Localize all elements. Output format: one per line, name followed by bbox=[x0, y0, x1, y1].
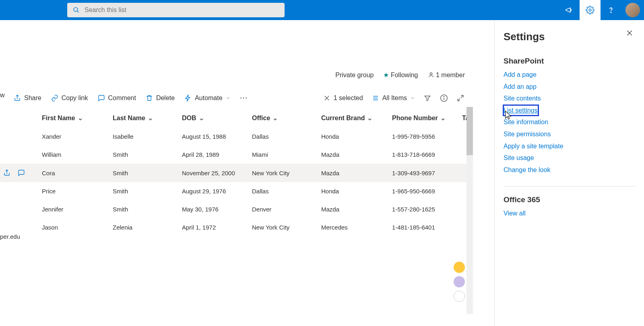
search-input[interactable] bbox=[85, 6, 279, 14]
settings-link[interactable]: Add a page bbox=[504, 70, 635, 80]
col-phone[interactable]: Phone Number⌄ bbox=[389, 107, 459, 127]
table-row[interactable]: JenniferSmithMay 30, 1976DenverMazda1-55… bbox=[0, 200, 473, 218]
selection-count[interactable]: 1 selected bbox=[321, 94, 365, 102]
settings-link[interactable]: Site information bbox=[504, 117, 635, 127]
cell-dob: April 28, 1989 bbox=[179, 146, 249, 164]
col-first-name[interactable]: First Name⌄ bbox=[39, 107, 109, 127]
share-label: Share bbox=[24, 94, 41, 102]
tag-dot bbox=[454, 276, 465, 287]
col-last-name[interactable]: Last Name⌄ bbox=[109, 107, 179, 127]
copy-link-label: Copy link bbox=[62, 94, 88, 102]
comment-icon bbox=[98, 94, 105, 102]
topbar-right bbox=[559, 0, 644, 20]
close-icon bbox=[323, 94, 330, 102]
megaphone-icon bbox=[565, 6, 574, 14]
megaphone-button[interactable] bbox=[559, 0, 580, 20]
automate-button[interactable]: Automate bbox=[180, 94, 235, 102]
col-dob[interactable]: DOB⌄ bbox=[179, 107, 249, 127]
col-office[interactable]: Office⌄ bbox=[249, 107, 318, 127]
filter-icon bbox=[424, 94, 431, 102]
table-row[interactable]: JasonZeleniaApril 1, 1972New York CityMe… bbox=[0, 218, 473, 236]
sharepoint-links: Add a pageAdd an appSite contentsList se… bbox=[504, 70, 635, 175]
settings-link[interactable]: View all bbox=[504, 208, 635, 219]
filter-button[interactable] bbox=[421, 94, 433, 102]
more-button[interactable]: ··· bbox=[235, 94, 253, 102]
cell-last: Smith bbox=[109, 146, 179, 164]
search-field[interactable] bbox=[67, 3, 285, 17]
tag-dot bbox=[454, 262, 465, 273]
members-link[interactable]: 1 member bbox=[428, 72, 465, 79]
table-row[interactable]: CoraSmithNovember 25, 2000New York CityM… bbox=[0, 164, 473, 182]
cell-dob: August 29, 1976 bbox=[179, 182, 249, 200]
automate-label: Automate bbox=[195, 94, 222, 102]
col-brand[interactable]: Current Brand⌄ bbox=[318, 107, 389, 127]
cell-office: Dallas bbox=[249, 127, 318, 146]
star-icon: ★ bbox=[383, 72, 389, 78]
share-icon bbox=[14, 94, 21, 102]
selection-label: 1 selected bbox=[334, 94, 363, 102]
cell-phone: 1-965-950-6669 bbox=[389, 182, 459, 200]
avatar[interactable] bbox=[625, 3, 640, 17]
cell-first: Xander bbox=[39, 127, 109, 146]
settings-link[interactable]: List settings bbox=[504, 105, 538, 116]
svg-point-2 bbox=[589, 9, 591, 11]
following-toggle[interactable]: ★ Following bbox=[383, 71, 418, 79]
cell-dob: November 25, 2000 bbox=[179, 164, 249, 182]
search-icon bbox=[73, 6, 80, 14]
chevron-down-icon bbox=[410, 96, 415, 100]
share-button[interactable]: Share bbox=[9, 94, 46, 102]
cell-phone: 1-557-280-1625 bbox=[389, 200, 459, 218]
share-icon[interactable] bbox=[3, 169, 10, 176]
settings-button[interactable] bbox=[580, 0, 601, 20]
cell-office: Miami bbox=[249, 146, 318, 164]
chevron-down-icon bbox=[226, 96, 231, 100]
svg-line-14 bbox=[458, 98, 460, 100]
delete-button[interactable]: Delete bbox=[141, 94, 180, 102]
list-area: First Name⌄ Last Name⌄ DOB⌄ Office⌄ Curr… bbox=[0, 107, 473, 314]
office-links: View all bbox=[504, 208, 635, 219]
settings-link[interactable]: Add an app bbox=[504, 82, 635, 92]
view-label: All Items bbox=[382, 94, 407, 102]
cell-brand: Mercedes bbox=[318, 218, 389, 236]
cell-office: Denver bbox=[249, 200, 318, 218]
cell-dob: August 15, 1988 bbox=[179, 127, 249, 146]
settings-link[interactable]: Site contents bbox=[504, 93, 635, 104]
cell-office: New York City bbox=[249, 164, 318, 182]
settings-link[interactable]: Apply a site template bbox=[504, 141, 635, 152]
expand-icon bbox=[457, 94, 464, 102]
cell-last: Smith bbox=[109, 200, 179, 218]
help-icon bbox=[607, 6, 615, 14]
cell-last: Smith bbox=[109, 164, 179, 182]
copy-link-button[interactable]: Copy link bbox=[46, 94, 93, 102]
comment-icon[interactable] bbox=[18, 169, 25, 176]
settings-link[interactable]: Site usage bbox=[504, 153, 635, 163]
help-button[interactable] bbox=[601, 0, 621, 20]
cell-phone: 1-995-789-5956 bbox=[389, 127, 459, 146]
person-icon bbox=[428, 72, 434, 78]
cell-brand: Mazda bbox=[318, 200, 389, 218]
info-icon bbox=[440, 94, 448, 102]
top-bar bbox=[0, 0, 644, 20]
table-row[interactable]: WilliamSmithApril 28, 1989MiamiMazda1-81… bbox=[0, 146, 473, 164]
data-table: First Name⌄ Last Name⌄ DOB⌄ Office⌄ Curr… bbox=[0, 107, 473, 236]
members-label: 1 member bbox=[436, 72, 465, 78]
cell-brand: Honda bbox=[318, 182, 389, 200]
table-row[interactable]: PriceSmithAugust 29, 1976DallasHonda1-96… bbox=[0, 182, 473, 200]
panel-section-sharepoint: SharePoint bbox=[504, 57, 635, 66]
cell-dob: May 30, 1976 bbox=[179, 200, 249, 218]
cell-phone: 1-481-185-6401 bbox=[389, 218, 459, 236]
panel-section-office: Office 365 bbox=[504, 195, 635, 204]
svg-point-4 bbox=[430, 72, 432, 74]
info-button[interactable] bbox=[438, 94, 450, 102]
scrollbar-thumb[interactable] bbox=[466, 107, 473, 155]
expand-button[interactable] bbox=[454, 94, 466, 102]
close-panel-button[interactable] bbox=[625, 29, 634, 39]
settings-link[interactable]: Change the look bbox=[504, 165, 635, 175]
gear-icon bbox=[586, 6, 594, 14]
table-row[interactable]: XanderIsabelleAugust 15, 1988DallasHonda… bbox=[0, 127, 473, 146]
view-selector[interactable]: All Items bbox=[369, 94, 417, 102]
cell-first: Jennifer bbox=[39, 200, 109, 218]
comment-button[interactable]: Comment bbox=[93, 94, 141, 102]
cell-phone: 1-813-718-6669 bbox=[389, 146, 459, 164]
settings-link[interactable]: Site permissions bbox=[504, 129, 635, 139]
